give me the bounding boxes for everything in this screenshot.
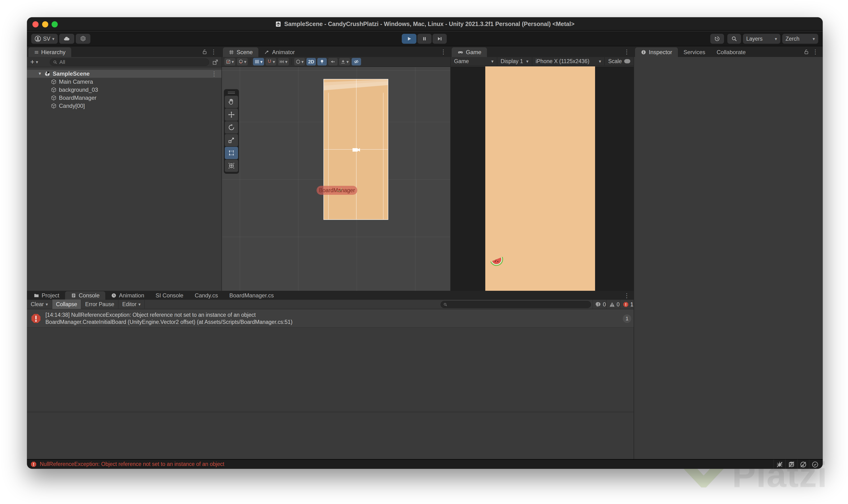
lock-open-icon[interactable]: [803, 49, 810, 55]
hierarchy-search-input[interactable]: [59, 59, 206, 65]
warning-count-toggle[interactable]: 0: [606, 300, 620, 309]
chevron-down-icon: ▾: [346, 59, 349, 65]
status-icons: [774, 460, 821, 469]
scale-slider[interactable]: Scale: [605, 57, 634, 66]
tab-game[interactable]: Game: [452, 47, 487, 57]
play-icon: [406, 36, 412, 42]
error-count-toggle[interactable]: 1: [620, 300, 634, 309]
hierarchy-search-field[interactable]: [50, 58, 209, 66]
desktop-background: Platzi SampleScene - CandyCrushPlatzi - …: [0, 0, 848, 504]
snap-settings-dropdown[interactable]: ▾: [278, 58, 289, 66]
rotate-tool[interactable]: [225, 121, 238, 133]
boardmanager-scene-label[interactable]: BoardManager: [316, 186, 357, 195]
divider: [291, 59, 292, 65]
hierarchy-row-main-camera[interactable]: Main Camera: [27, 78, 222, 86]
undo-history-button[interactable]: [710, 34, 724, 44]
game-mode-dropdown[interactable]: Game ▾: [451, 57, 497, 66]
info-bubble-icon: [595, 301, 602, 308]
toggle-2d-button[interactable]: 2D: [307, 58, 316, 66]
hierarchy-row-candy[interactable]: Candy[00]: [27, 102, 222, 110]
game-kebab-menu[interactable]: ⋮: [624, 48, 630, 55]
collapse-button[interactable]: Collapse: [52, 300, 82, 309]
account-dropdown[interactable]: SV ▾: [31, 34, 58, 44]
inspector-kebab-menu[interactable]: ⋮: [812, 48, 818, 55]
scene-viewport[interactable]: BoardManager: [222, 67, 450, 291]
console-search-input[interactable]: [449, 302, 588, 307]
info-count-toggle[interactable]: 0: [592, 300, 606, 309]
view-hand-tool[interactable]: [225, 96, 238, 108]
layers-dropdown[interactable]: Layers ▾: [743, 34, 780, 44]
hierarchy-item-label: background_03: [59, 87, 98, 93]
tab-animator[interactable]: Animator: [258, 47, 300, 57]
cloud-button[interactable]: [59, 34, 74, 44]
chevron-down-icon: ▾: [273, 59, 275, 65]
scale-slider-knob[interactable]: [624, 59, 630, 64]
console-kebab-menu[interactable]: ⋮: [624, 292, 630, 299]
layers-label: Layers: [746, 36, 763, 42]
layout-dropdown[interactable]: Zerch ▾: [782, 34, 818, 44]
draw-mode-dropdown[interactable]: ▾: [294, 58, 305, 66]
status-error-message[interactable]: NullReferenceException: Object reference…: [40, 461, 224, 467]
scene-audio-toggle[interactable]: [328, 58, 338, 66]
gizmo-pivot-dropdown[interactable]: ▾: [237, 58, 248, 66]
hierarchy-row-background[interactable]: background_03: [27, 86, 222, 94]
hierarchy-kebab-menu[interactable]: ⋮: [211, 48, 217, 55]
tab-services[interactable]: Services: [678, 47, 711, 57]
resolution-dropdown[interactable]: iPhone X (1125x2436) ▾: [532, 57, 605, 66]
grid-visibility-dropdown[interactable]: ▾: [253, 58, 264, 66]
lock-open-icon[interactable]: [202, 49, 208, 55]
scene-lighting-toggle[interactable]: [317, 58, 327, 66]
console-error-entry[interactable]: [14:14:38] NullReferenceException: Objec…: [27, 310, 634, 328]
step-button[interactable]: [433, 34, 447, 44]
game-viewport[interactable]: [451, 67, 634, 291]
tab-inspector[interactable]: Inspector: [635, 47, 678, 57]
scene-visibility-toggle[interactable]: [351, 58, 361, 66]
scene-effects-dropdown[interactable]: ▾: [339, 58, 350, 66]
tab-si-console[interactable]: SI Console: [150, 291, 189, 300]
clear-button[interactable]: Clear ▾: [27, 300, 52, 309]
activity-ok-icon[interactable]: [809, 460, 821, 469]
palette-drag-handle[interactable]: [225, 90, 238, 95]
hierarchy-create-dropdown[interactable]: + ▾: [30, 58, 38, 66]
hierarchy-row-scene[interactable]: ▼ SampleScene ⋮: [27, 70, 222, 78]
scene-kebab-menu[interactable]: ⋮: [440, 48, 447, 55]
error-pause-button[interactable]: Error Pause: [81, 300, 119, 309]
collab-offline-icon[interactable]: [797, 460, 809, 469]
disclosure-triangle-icon[interactable]: ▼: [38, 71, 42, 76]
picker-icon[interactable]: [212, 59, 219, 66]
transform-tool[interactable]: [225, 160, 238, 172]
chevron-down-icon: ▾: [491, 59, 494, 64]
debugger-detached-icon[interactable]: [774, 460, 785, 469]
hierarchy-item-label: Main Camera: [59, 78, 93, 85]
editor-dropdown[interactable]: Editor ▾: [119, 300, 145, 309]
tab-hierarchy[interactable]: ≡ Hierarchy: [29, 47, 71, 57]
scene-board-sprite[interactable]: BoardManager: [324, 79, 388, 220]
tool-settings-dropdown[interactable]: ▾: [224, 58, 236, 66]
cache-server-disabled-icon[interactable]: [785, 460, 797, 469]
plastic-scm-button[interactable]: [76, 34, 90, 44]
tab-project[interactable]: Project: [28, 291, 65, 300]
hierarchy-row-boardmanager[interactable]: BoardManager: [27, 94, 222, 102]
rect-tool[interactable]: [225, 147, 238, 159]
console-search-field[interactable]: [440, 301, 591, 308]
tab-candy-cs[interactable]: Candy.cs: [189, 291, 224, 300]
step-icon: [437, 36, 443, 42]
global-search-button[interactable]: [727, 34, 741, 44]
error-line-2: BoardManager.CreateInitialBoard (UnityEn…: [46, 319, 292, 325]
tab-animation[interactable]: Animation: [105, 291, 150, 300]
scene-row-kebab[interactable]: ⋮: [211, 70, 217, 77]
scale-tool[interactable]: [225, 134, 238, 146]
tab-scene[interactable]: Scene: [223, 47, 258, 57]
clock-icon: [111, 293, 117, 298]
tab-console[interactable]: Console: [65, 291, 105, 300]
play-button[interactable]: [402, 34, 416, 44]
tab-collaborate[interactable]: Collaborate: [711, 47, 751, 57]
camera-gizmo-icon[interactable]: [352, 146, 361, 154]
history-icon: [714, 35, 721, 42]
move-tool[interactable]: [225, 108, 238, 121]
snap-increment-dropdown[interactable]: ▾: [265, 58, 277, 66]
scene-view-toolbar: ▾ ▾ ▾ ▾ ▾: [222, 57, 450, 67]
tab-boardmanager-cs[interactable]: BoardManager.cs: [224, 291, 279, 300]
display-dropdown[interactable]: Display 1 ▾: [497, 57, 532, 66]
pause-button[interactable]: [417, 34, 432, 44]
